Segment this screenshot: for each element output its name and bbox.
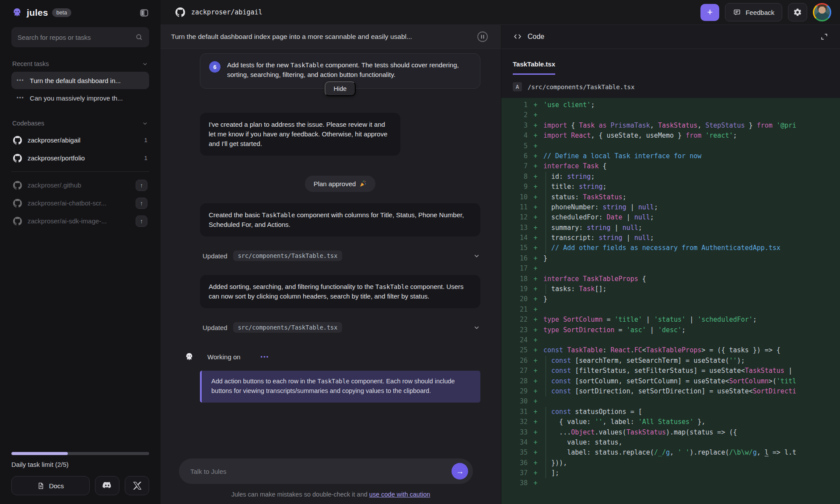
chat-input[interactable] (179, 459, 473, 484)
step-number-badge: 6 (209, 61, 220, 73)
app-name: jules (27, 7, 48, 18)
chat-input-row: → (179, 459, 473, 484)
file-update-row[interactable]: Updated src/components/TaskTable.tsx (200, 250, 480, 261)
code-lines[interactable]: 1+'use client';2+3+import { Task as Pris… (501, 98, 840, 504)
working-dots-icon: ••• (261, 354, 270, 360)
code-panel-title: Code (528, 33, 544, 41)
hide-plan-button[interactable]: Hide (325, 81, 356, 96)
up-arrow-icon: ↑ (140, 182, 143, 189)
updated-label: Updated (203, 324, 228, 331)
tab-tasktable-tsx[interactable]: TaskTable.tsx (513, 60, 555, 75)
sidebar-search (11, 27, 149, 47)
task-title: Turn the default dashboard index page in… (171, 33, 475, 41)
x-twitter-button[interactable] (125, 476, 149, 495)
updated-label: Updated (203, 252, 228, 260)
codebases-label: Codebases (12, 120, 44, 127)
codebase-name: zackproser/ai-sdk-image-... (28, 217, 107, 225)
chat-panel: Turn the default dashboard index page in… (161, 25, 501, 504)
task-title-bar: Turn the default dashboard index page in… (161, 25, 501, 49)
octopus-icon (184, 352, 194, 362)
feedback-bubble-icon (733, 8, 741, 17)
file-update-row[interactable]: Updated src/components/TaskTable.tsx (200, 322, 480, 333)
search-icon (135, 33, 143, 41)
up-arrow-icon: ↑ (140, 200, 143, 207)
task-count-badge: 1 (144, 137, 147, 143)
upgrade-button[interactable]: ↑ (136, 198, 147, 209)
daily-limit-progressbar (11, 452, 149, 455)
sidebar-divider (11, 171, 149, 172)
recent-tasks-header[interactable]: Recent tasks (12, 60, 148, 67)
expand-panel-button[interactable] (820, 32, 829, 41)
github-icon (13, 154, 22, 163)
overflow-dots-icon: ••• (17, 95, 24, 101)
jules-logo: jules beta (11, 7, 71, 18)
party-popper-icon (359, 180, 367, 188)
upgrade-button[interactable]: ↑ (136, 216, 147, 227)
github-icon (13, 181, 22, 190)
send-arrow-icon: → (456, 467, 464, 476)
avatar-photo (814, 4, 830, 20)
document-icon (37, 482, 45, 490)
current-step-block: Add action buttons to each row in the Ta… (200, 371, 480, 403)
send-button[interactable]: → (452, 463, 468, 480)
feedback-label: Feedback (746, 9, 774, 16)
octopus-icon (11, 7, 23, 18)
pause-task-button[interactable] (475, 29, 490, 45)
codebase-row[interactable]: zackproser/abigail 1 (11, 131, 149, 149)
chevron-down-icon (142, 120, 148, 127)
up-arrow-icon: ↑ (140, 218, 143, 225)
github-icon (175, 7, 185, 17)
user-avatar[interactable] (813, 3, 831, 21)
progress-fill (11, 452, 68, 455)
file-path-row: A /src/components/TaskTable.tsx (513, 82, 829, 91)
overflow-dots-icon: ••• (17, 77, 24, 83)
x-twitter-icon (133, 482, 141, 490)
sidebar-task-item[interactable]: ••• Turn the default dashboard in... (11, 72, 149, 89)
use-code-with-caution-link[interactable]: use code with caution (369, 491, 430, 498)
task-label: Can you massively improve th... (30, 94, 123, 102)
discord-button[interactable] (95, 476, 119, 495)
panel-collapse-icon (139, 8, 149, 18)
github-icon (13, 136, 22, 145)
codebase-row[interactable]: zackproser/portfolio 1 (11, 149, 149, 167)
codebases-header[interactable]: Codebases (12, 120, 148, 127)
codebase-row-inactive[interactable]: zackproser/.github ↑ (11, 176, 149, 194)
codebase-name: zackproser/ai-chatbot-scr... (28, 199, 106, 207)
file-path: /src/components/TaskTable.tsx (528, 83, 634, 90)
code-panel-header: Code (501, 25, 840, 49)
plan-approved-label: Plan approved (314, 180, 356, 188)
settings-button[interactable] (788, 3, 807, 21)
codebase-row-inactive[interactable]: zackproser/ai-sdk-image-... ↑ (11, 212, 149, 230)
new-task-button[interactable]: + (700, 4, 719, 21)
agent-message: Created the basic TaskTable component wi… (200, 203, 480, 236)
discord-icon (102, 482, 112, 490)
beta-badge: beta (52, 8, 71, 17)
upgrade-button[interactable]: ↑ (136, 180, 147, 191)
docs-button[interactable]: Docs (11, 476, 90, 495)
codebase-name: zackproser/portfolio (28, 154, 85, 162)
file-chip[interactable]: src/components/TaskTable.tsx (233, 250, 343, 261)
chevron-down-icon[interactable] (473, 252, 480, 260)
plus-icon: + (707, 7, 713, 17)
docs-label: Docs (49, 482, 64, 490)
search-input[interactable] (18, 34, 135, 41)
recent-tasks-label: Recent tasks (12, 60, 49, 67)
plan-approved-badge: Plan approved (305, 176, 376, 192)
task-count-badge: 1 (144, 155, 147, 161)
github-icon (13, 217, 22, 226)
sidebar-collapse-button[interactable] (139, 8, 149, 18)
agent-message: Added sorting, searching, and filtering … (200, 275, 480, 308)
app-window: jules beta Recent tasks ••• Turn the de (0, 0, 840, 504)
chevron-down-icon[interactable] (473, 324, 480, 331)
feedback-button[interactable]: Feedback (725, 3, 782, 21)
codebase-row-inactive[interactable]: zackproser/ai-chatbot-scr... ↑ (11, 194, 149, 212)
file-chip[interactable]: src/components/TaskTable.tsx (233, 322, 343, 333)
codebase-name: zackproser/.github (28, 181, 81, 189)
sidebar-task-item[interactable]: ••• Can you massively improve th... (11, 89, 149, 107)
expand-icon (820, 32, 829, 41)
step-text: Add tests for the new TaskTable componen… (227, 60, 471, 80)
chevron-down-icon (142, 61, 148, 67)
working-status-row: Working on ••• (184, 352, 480, 362)
codebase-name: zackproser/abigail (28, 136, 80, 144)
chat-scroll-area[interactable]: 6 Add tests for the new TaskTable compon… (161, 49, 501, 452)
